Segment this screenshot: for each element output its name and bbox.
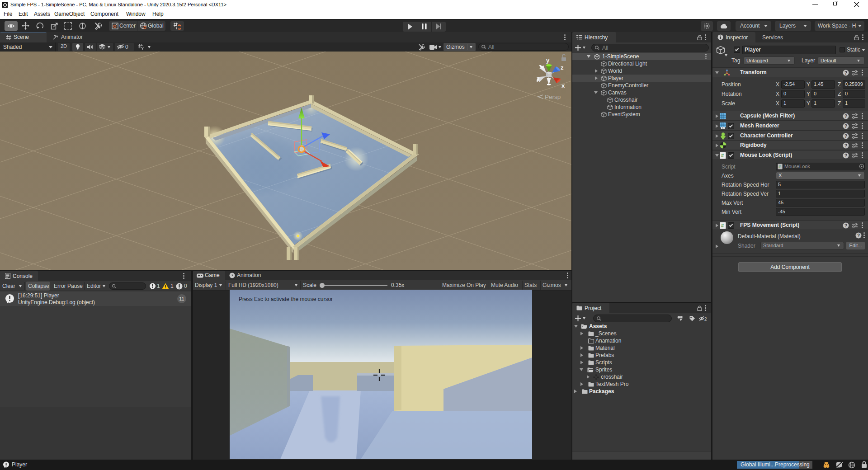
- svg-text:z: z: [561, 64, 564, 71]
- svg-text:#: #: [721, 223, 724, 228]
- svg-text:?: ?: [844, 124, 847, 129]
- svg-text:x: x: [561, 82, 565, 89]
- svg-text:?: ?: [844, 114, 847, 119]
- svg-text:#: #: [778, 164, 781, 169]
- svg-text:Persp: Persp: [545, 94, 561, 100]
- svg-text:?: ?: [844, 223, 847, 228]
- svg-text:y: y: [546, 57, 550, 64]
- svg-text:?: ?: [844, 134, 847, 139]
- svg-text:?: ?: [857, 233, 860, 238]
- svg-text:?: ?: [844, 70, 847, 75]
- svg-text:?: ?: [844, 143, 847, 148]
- svg-text:Press Esc to activate the mous: Press Esc to activate the mouse cursor: [239, 296, 333, 302]
- svg-text:#: #: [721, 153, 724, 158]
- svg-text:?: ?: [844, 153, 847, 158]
- svg-text:2: 2: [704, 317, 707, 322]
